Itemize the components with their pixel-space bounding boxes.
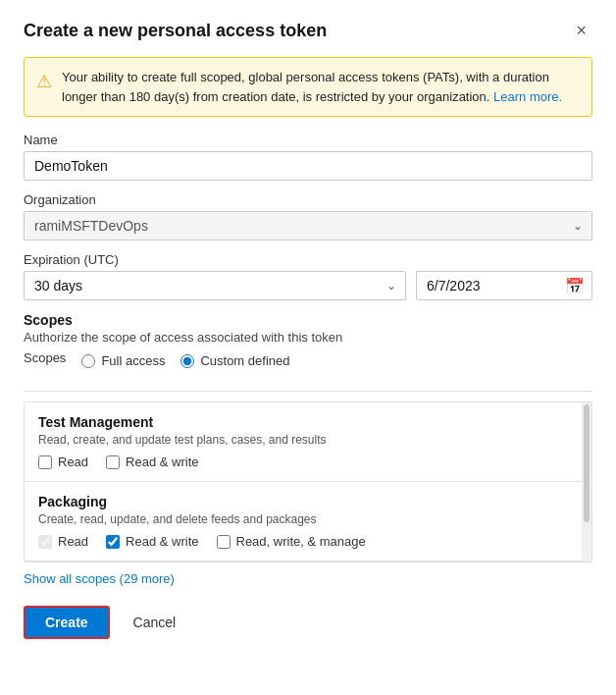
full-access-radio[interactable] bbox=[81, 354, 95, 368]
name-section: Name bbox=[24, 133, 592, 181]
pkg-read-checkbox[interactable] bbox=[38, 535, 52, 549]
pkg-manage-text: Read, write, & manage bbox=[236, 534, 366, 549]
scrollbar-thumb bbox=[584, 404, 590, 522]
pkg-readwrite-text: Read & write bbox=[126, 534, 198, 549]
full-access-radio-label[interactable]: Full access bbox=[81, 353, 165, 368]
tm-readwrite-text: Read & write bbox=[126, 454, 198, 469]
packaging-checkboxes: Read Read & write Read, write, & manage bbox=[38, 534, 578, 549]
tm-readwrite-checkbox[interactable] bbox=[106, 455, 120, 469]
date-input-wrapper: 📅 bbox=[416, 271, 592, 300]
scopes-radio-row: Scopes Full access Custom defined bbox=[24, 350, 592, 371]
test-management-card: Test Management Read, create, and update… bbox=[25, 402, 591, 482]
dialog-header: Create a new personal access token × bbox=[24, 20, 592, 41]
pkg-manage-checkbox[interactable] bbox=[217, 535, 231, 549]
dialog-title: Create a new personal access token bbox=[24, 21, 327, 41]
name-input[interactable] bbox=[24, 151, 592, 181]
scope-cards-container: Test Management Read, create, and update… bbox=[24, 401, 592, 562]
organization-select[interactable]: ramiMSFTDevOps bbox=[24, 211, 592, 241]
warning-banner: ⚠ Your ability to create full scoped, gl… bbox=[24, 57, 592, 117]
test-management-desc: Read, create, and update test plans, cas… bbox=[38, 433, 578, 447]
packaging-card: Packaging Create, read, update, and dele… bbox=[25, 482, 591, 561]
full-access-label: Full access bbox=[101, 353, 165, 368]
custom-defined-label: Custom defined bbox=[200, 353, 289, 368]
pkg-manage-label[interactable]: Read, write, & manage bbox=[217, 534, 366, 549]
packaging-desc: Create, read, update, and delete feeds a… bbox=[38, 512, 578, 526]
scopes-title: Scopes bbox=[24, 312, 592, 328]
pkg-readwrite-checkbox[interactable] bbox=[106, 535, 120, 549]
scopes-description: Authorize the scope of access associated… bbox=[24, 330, 592, 345]
pkg-readwrite-label[interactable]: Read & write bbox=[106, 534, 198, 549]
learn-more-link[interactable]: Learn more. bbox=[493, 89, 562, 104]
tm-read-text: Read bbox=[58, 454, 88, 469]
name-label: Name bbox=[24, 133, 592, 147]
organization-select-wrapper: ramiMSFTDevOps ⌄ bbox=[24, 211, 592, 241]
scrollbar[interactable] bbox=[582, 402, 591, 561]
tm-read-checkbox[interactable] bbox=[38, 455, 52, 469]
pkg-read-text: Read bbox=[58, 534, 88, 549]
packaging-title: Packaging bbox=[38, 494, 578, 509]
organization-section: Organization ramiMSFTDevOps ⌄ bbox=[24, 192, 592, 241]
dialog: Create a new personal access token × ⚠ Y… bbox=[0, 0, 616, 695]
expiration-section: Expiration (UTC) 30 days 60 days 90 days… bbox=[24, 252, 592, 312]
test-management-title: Test Management bbox=[38, 414, 578, 430]
tm-read-label[interactable]: Read bbox=[38, 454, 88, 469]
create-button[interactable]: Create bbox=[24, 606, 110, 639]
scopes-section: Scopes Authorize the scope of access ass… bbox=[24, 312, 592, 373]
cancel-button[interactable]: Cancel bbox=[118, 608, 192, 637]
close-button[interactable]: × bbox=[570, 20, 592, 41]
pkg-read-label[interactable]: Read bbox=[38, 534, 88, 549]
test-management-checkboxes: Read Read & write bbox=[38, 454, 578, 469]
expiration-days-select[interactable]: 30 days 60 days 90 days 180 days 1 year … bbox=[24, 271, 406, 300]
show-all-scopes-button[interactable]: Show all scopes (29 more) bbox=[24, 571, 175, 586]
organization-label: Organization bbox=[24, 192, 592, 207]
show-scopes-row: Show all scopes (29 more) bbox=[24, 570, 592, 586]
expiration-label: Expiration (UTC) bbox=[24, 252, 592, 267]
custom-defined-radio-label[interactable]: Custom defined bbox=[180, 353, 289, 368]
footer-actions: Create Cancel bbox=[24, 606, 592, 639]
custom-defined-radio[interactable] bbox=[180, 354, 194, 368]
scopes-row-label: Scopes bbox=[24, 350, 66, 365]
expiration-row: 30 days 60 days 90 days 180 days 1 year … bbox=[24, 271, 592, 300]
expiration-date-input[interactable] bbox=[416, 271, 592, 300]
show-scopes-label: Show all scopes bbox=[24, 571, 116, 586]
divider bbox=[24, 391, 592, 392]
expiration-days-wrapper: 30 days 60 days 90 days 180 days 1 year … bbox=[24, 271, 406, 300]
warning-icon: ⚠ bbox=[36, 69, 52, 106]
show-scopes-count: (29 more) bbox=[120, 571, 175, 586]
tm-readwrite-label[interactable]: Read & write bbox=[106, 454, 198, 469]
warning-text: Your ability to create full scoped, glob… bbox=[62, 68, 580, 106]
